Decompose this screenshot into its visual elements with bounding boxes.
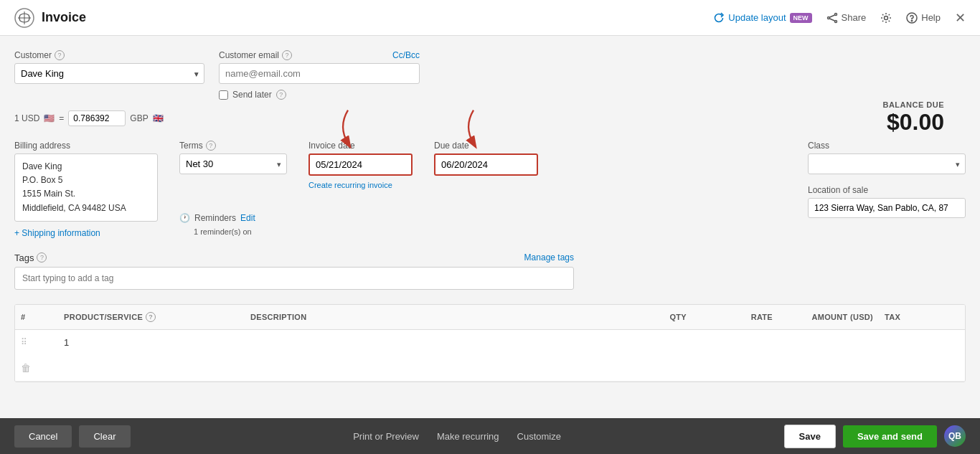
settings-button[interactable] (880, 12, 892, 24)
save-button[interactable]: Save (784, 425, 836, 448)
red-arrow-invoice (330, 107, 366, 150)
cc-bcc-link[interactable]: Cc/Bcc (392, 50, 420, 60)
svg-point-5 (834, 20, 837, 22)
terms-help-icon[interactable]: ? (206, 141, 216, 151)
help-button[interactable]: Help (906, 12, 941, 24)
terms-select[interactable]: Net 30 Net 15 Due on receipt Custom (179, 153, 287, 174)
gear-icon (880, 12, 892, 24)
row-qty[interactable] (692, 330, 778, 355)
reminders-label: Reminders (194, 213, 236, 223)
email-input[interactable] (219, 63, 420, 84)
location-label: Location of sale (808, 185, 966, 195)
terms-label: Terms ? (179, 141, 287, 151)
col-product: PRODUCT/SERVICE ? (58, 305, 245, 329)
help-label: Help (921, 12, 941, 23)
tags-label: Tags (14, 252, 34, 263)
logo-icon (14, 8, 34, 28)
row-amount[interactable] (879, 330, 936, 355)
col-tax: TAX (879, 305, 936, 329)
row-description[interactable] (621, 330, 692, 355)
balance-due-label: BALANCE DUE (882, 100, 944, 109)
svg-point-8 (885, 16, 888, 19)
customer-email-label: Customer email ? (219, 50, 292, 60)
class-group: Class (808, 141, 966, 174)
customer-input[interactable] (14, 63, 204, 84)
invoice-date-input[interactable] (308, 153, 413, 176)
customize-button[interactable]: Customize (517, 431, 561, 442)
currency-rate-input[interactable] (68, 110, 126, 126)
due-date-wrapper (434, 153, 538, 176)
class-select[interactable] (808, 153, 966, 174)
location-input[interactable] (808, 198, 966, 218)
share-label: Share (842, 12, 867, 23)
qb-avatar[interactable]: QB (944, 425, 966, 447)
balance-due-amount: $0.00 (882, 109, 944, 136)
bottom-bar: Cancel Clear Print or Preview Make recur… (0, 418, 980, 454)
col-num: # (15, 305, 58, 329)
svg-point-3 (834, 13, 837, 15)
save-and-send-button[interactable]: Save and send (843, 425, 937, 448)
gb-flag-icon: 🇬🇧 (153, 113, 164, 123)
col-amount: AMOUNT (USD) (778, 305, 879, 329)
clear-button[interactable]: Clear (79, 425, 130, 448)
tags-header: Tags ? Manage tags (14, 252, 574, 263)
row-delete[interactable]: 🗑 (15, 355, 58, 381)
customer-group: Customer ? ▾ (14, 50, 204, 84)
address-line4: Middlefield, CA 94482 USA (22, 202, 150, 215)
due-date-input[interactable] (434, 153, 538, 176)
send-later-help-icon[interactable]: ? (276, 90, 286, 100)
trash-icon[interactable]: 🗑 (21, 362, 31, 374)
share-icon (826, 12, 838, 24)
row-number: 1 (64, 337, 69, 348)
address-line2: P.O. Box 5 (22, 174, 150, 187)
row-drag-handle[interactable]: ⠿ (15, 330, 58, 355)
tags-input[interactable] (14, 267, 574, 290)
drag-icon: ⠿ (21, 337, 27, 347)
header: Invoice Update layout NEW Share (0, 0, 980, 36)
header-left: Invoice (14, 8, 86, 28)
billing-address-label: Billing address (14, 141, 158, 151)
customer-select-wrap: ▾ (14, 63, 204, 84)
bottom-center-actions: Print or Preview Make recurring Customiz… (353, 431, 561, 442)
manage-tags-link[interactable]: Manage tags (524, 252, 574, 263)
address-line3: 1515 Main St. (22, 187, 150, 201)
send-later-checkbox[interactable] (219, 90, 228, 100)
share-button[interactable]: Share (826, 12, 867, 24)
bottom-left-actions: Cancel Clear (14, 425, 131, 448)
due-date-group: Due date (434, 141, 538, 176)
address-line1: Dave King (22, 160, 150, 174)
make-recurring-button[interactable]: Make recurring (437, 431, 499, 442)
location-group: Location of sale (808, 185, 966, 218)
email-help-icon[interactable]: ? (282, 50, 292, 60)
svg-point-4 (827, 16, 829, 19)
table-header: # PRODUCT/SERVICE ? DESCRIPTION QTY RATE… (15, 305, 965, 330)
header-right: Update layout NEW Share (713, 10, 966, 26)
col-rate: RATE (692, 305, 778, 329)
row-rate[interactable] (778, 330, 879, 355)
customer-label: Customer ? (14, 50, 204, 60)
question-icon (906, 12, 918, 24)
customer-help-icon[interactable]: ? (55, 50, 65, 60)
invoice-date-group: Invoice date Create recurring invoice (308, 141, 413, 189)
billing-address-group: Billing address Dave King P.O. Box 5 151… (14, 141, 158, 238)
update-layout-button[interactable]: Update layout NEW (713, 12, 811, 24)
product-help-icon[interactable]: ? (146, 312, 156, 322)
create-recurring-link[interactable]: Create recurring invoice (308, 181, 413, 189)
cancel-button[interactable]: Cancel (14, 425, 72, 448)
reminders-edit-link[interactable]: Edit (240, 213, 255, 223)
shipping-link[interactable]: + Shipping information (14, 228, 158, 238)
send-later-group: Send later ? (219, 90, 420, 100)
col-description: DESCRIPTION (245, 305, 621, 329)
us-flag-icon: 🇺🇸 (44, 113, 55, 123)
close-button[interactable]: ✕ (955, 10, 966, 26)
svg-line-7 (829, 19, 834, 21)
billing-address-box[interactable]: Dave King P.O. Box 5 1515 Main St. Middl… (14, 153, 158, 222)
print-preview-button[interactable]: Print or Preview (353, 431, 419, 442)
row-product[interactable] (245, 330, 621, 355)
row-tax[interactable] (936, 330, 965, 355)
tags-help-icon[interactable]: ? (37, 252, 47, 263)
refresh-icon (713, 12, 725, 24)
class-label: Class (808, 141, 966, 151)
terms-group: Terms ? Net 30 Net 15 Due on receipt Cus… (179, 141, 287, 236)
red-arrow-due (456, 107, 491, 150)
